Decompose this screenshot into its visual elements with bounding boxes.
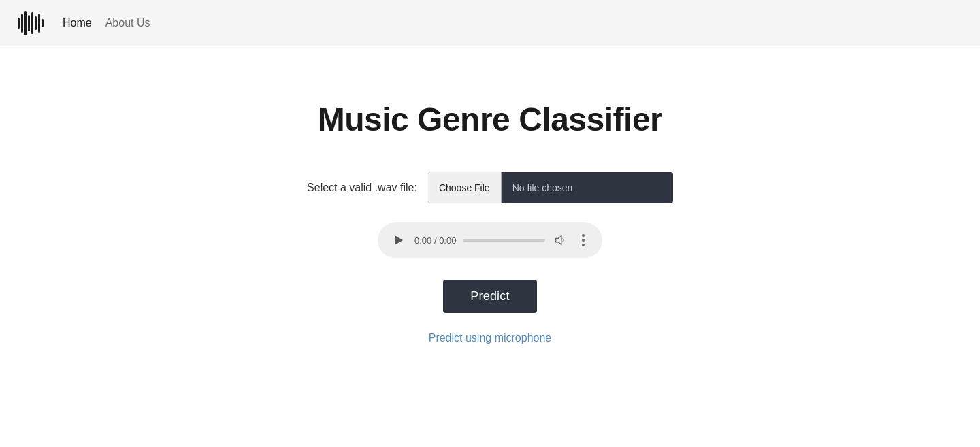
- svg-marker-9: [556, 236, 561, 245]
- play-icon: [393, 235, 404, 246]
- svg-rect-5: [35, 16, 37, 30]
- svg-point-10: [582, 234, 585, 237]
- progress-bar[interactable]: [463, 239, 545, 242]
- more-icon: [581, 233, 585, 247]
- svg-rect-3: [28, 15, 30, 31]
- svg-point-12: [582, 244, 585, 246]
- choose-file-button[interactable]: Choose File: [428, 172, 502, 203]
- volume-button[interactable]: [552, 232, 568, 248]
- audio-player: 0:00 / 0:00: [378, 222, 602, 258]
- svg-rect-6: [38, 14, 40, 33]
- svg-rect-1: [21, 14, 23, 33]
- more-options-button[interactable]: [575, 232, 591, 248]
- svg-rect-7: [42, 19, 44, 27]
- predict-button[interactable]: Predict: [443, 280, 536, 313]
- nav-home-link[interactable]: Home: [63, 17, 92, 29]
- nav-about-link[interactable]: About Us: [105, 17, 150, 29]
- page-title: Music Genre Classifier: [318, 101, 663, 138]
- svg-rect-0: [18, 18, 20, 29]
- soundwave-icon: [16, 8, 46, 38]
- file-input-row: Select a valid .wav file: Choose File No…: [307, 172, 673, 203]
- play-button[interactable]: [389, 231, 408, 250]
- svg-rect-4: [31, 12, 33, 34]
- navbar: Home About Us: [0, 0, 980, 46]
- volume-icon: [554, 234, 566, 246]
- audio-player-container: 0:00 / 0:00: [378, 222, 602, 258]
- svg-rect-2: [24, 11, 27, 35]
- file-input-container: Choose File No file chosen: [428, 172, 673, 203]
- svg-marker-8: [395, 235, 403, 245]
- navbar-links: Home About Us: [63, 17, 150, 29]
- svg-point-11: [582, 239, 585, 242]
- no-file-text: No file chosen: [502, 182, 584, 193]
- file-input-label: Select a valid .wav file:: [307, 182, 417, 194]
- main-content: Music Genre Classifier Select a valid .w…: [0, 46, 980, 344]
- predict-microphone-link[interactable]: Predict using microphone: [429, 332, 552, 344]
- logo: [16, 8, 46, 38]
- time-display: 0:00 / 0:00: [414, 235, 456, 246]
